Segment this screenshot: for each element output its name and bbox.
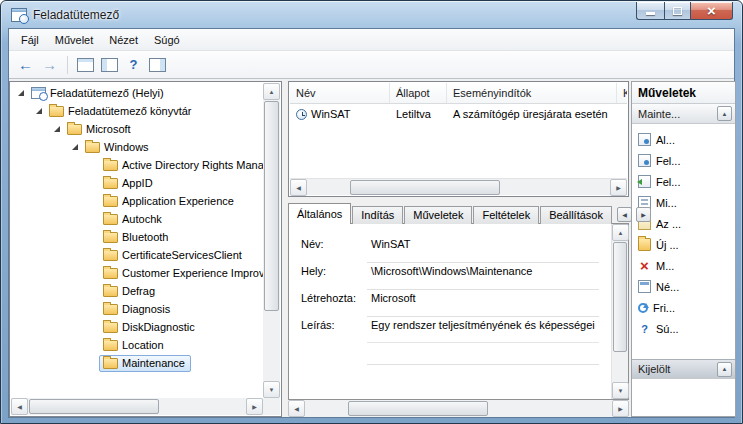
console-tree-icon[interactable] (99, 54, 120, 75)
scroll-left-button[interactable] (288, 400, 305, 417)
tree-item[interactable]: Application Experience (11, 192, 263, 210)
task-cell-text: A számítógép üresjárata esetén (453, 108, 608, 120)
scrollbar-thumb[interactable] (29, 399, 159, 414)
scroll-right-button[interactable] (246, 398, 263, 415)
action-pane-icon[interactable] (147, 54, 168, 75)
tree-item-content: Active Directory Rights Mana (99, 157, 263, 174)
tab-scroll-left-button[interactable] (617, 207, 632, 222)
task-row[interactable]: WinSATLetiltvaA számítógép üresjárata es… (290, 104, 627, 124)
action-item[interactable]: Né... (632, 276, 735, 297)
action-item[interactable]: Új ... (632, 234, 735, 255)
expanded-icon[interactable] (69, 144, 81, 150)
details-horizontal-scrollbar[interactable] (288, 400, 629, 417)
scroll-right-button[interactable] (610, 179, 627, 196)
action-item[interactable]: M... (632, 255, 735, 276)
scrollbar-corner (263, 398, 280, 415)
tree-horizontal-scrollbar[interactable] (11, 398, 263, 415)
action-item[interactable]: Fel... (632, 171, 735, 192)
tree-item[interactable]: Active Directory Rights Mana (11, 156, 263, 174)
scroll-up-button[interactable] (612, 224, 629, 241)
tree-item[interactable]: Maintenance (11, 354, 263, 372)
tab-scroll-right-button[interactable] (636, 207, 651, 222)
scroll-left-button[interactable] (290, 179, 307, 196)
tree-item-content: Microsoft (63, 121, 137, 138)
actions-items: Al...Fel...Fel...Mi...Az ...Új ...M...Né… (632, 124, 735, 339)
folder-icon (85, 142, 100, 153)
details-vertical-scrollbar[interactable] (611, 224, 628, 399)
scroll-down-button[interactable] (263, 381, 280, 398)
column-header-1[interactable]: Állapot (390, 83, 447, 104)
scrollbar-thumb[interactable] (350, 180, 500, 195)
column-header-0[interactable]: Név (290, 83, 390, 104)
forward-icon[interactable] (39, 54, 60, 75)
help-icon[interactable] (123, 54, 144, 75)
tree-vertical-scrollbar[interactable] (263, 83, 280, 398)
task-scheduler-icon (11, 8, 27, 22)
minimize-button[interactable] (636, 2, 664, 20)
action-item[interactable]: Al... (632, 129, 735, 150)
tree-item[interactable]: Autochk (11, 210, 263, 228)
details-fields: Név:WinSATHely:\Microsoft\Windows\Mainte… (289, 224, 611, 399)
close-button[interactable] (691, 2, 733, 20)
back-icon[interactable] (15, 54, 36, 75)
menu-item-1[interactable]: Művelet (47, 31, 102, 49)
scroll-right-button[interactable] (612, 400, 629, 417)
tree-item[interactable]: Bluetooth (11, 228, 263, 246)
export-list-icon[interactable] (75, 54, 96, 75)
action-item[interactable]: Sú... (632, 318, 735, 339)
selected-item-header[interactable]: Kijelölt (632, 359, 735, 379)
tab-0[interactable]: Általános (288, 203, 351, 224)
scrollbar-thumb[interactable] (613, 242, 627, 352)
folder-icon (103, 340, 118, 351)
tree-item[interactable]: Location (11, 336, 263, 354)
tree-item-content: Feladatütemező könyvtár (45, 103, 198, 120)
tree-item[interactable]: Defrag (11, 282, 263, 300)
scroll-left-button[interactable] (11, 398, 28, 415)
action-item-label: Új ... (656, 239, 679, 251)
expanded-icon[interactable] (33, 108, 45, 114)
task-list-horizontal-scrollbar[interactable] (290, 178, 627, 195)
collapse-chevron-icon[interactable] (717, 106, 732, 121)
tree-item-content: CertificateServicesClient (99, 247, 248, 264)
action-item[interactable]: Fri... (632, 297, 735, 318)
menu-item-3[interactable]: Súgó (146, 31, 188, 49)
tree-item-content: DiskDiagnostic (99, 319, 201, 336)
tab-2[interactable]: Műveletek (404, 206, 472, 224)
import-icon (638, 175, 651, 188)
column-header-2[interactable]: Eseményindítók (447, 83, 617, 104)
tree-item-label: Feladatütemező könyvtár (68, 105, 194, 117)
tab-1[interactable]: Indítás (352, 206, 403, 224)
task-list-header: NévÁllapotEseményindítókK (290, 83, 627, 104)
column-header-3[interactable]: K (617, 83, 627, 104)
folder-icon (49, 106, 64, 117)
scrollbar-thumb[interactable] (264, 101, 279, 311)
tree-item[interactable]: AppID (11, 174, 263, 192)
scroll-down-button[interactable] (612, 382, 629, 399)
tree-item[interactable]: Microsoft (11, 120, 263, 138)
tree-item[interactable]: Windows (11, 138, 263, 156)
tree-item[interactable]: DiskDiagnostic (11, 318, 263, 336)
scrollbar-thumb[interactable] (348, 401, 488, 416)
title-bar[interactable]: Feladatütemező (1, 1, 742, 29)
tree-item-content: Windows (81, 139, 155, 156)
expanded-icon[interactable] (51, 126, 63, 132)
actions-group-header[interactable]: Mainte... (632, 104, 735, 124)
menu-item-2[interactable]: Nézet (101, 31, 146, 49)
action-item[interactable]: Fel... (632, 150, 735, 171)
menu-item-0[interactable]: Fájl (13, 31, 47, 49)
scroll-up-button[interactable] (263, 83, 280, 100)
tree-item[interactable]: Feladatütemező könyvtár (11, 102, 263, 120)
tree-item[interactable]: Feladatütemező (Helyi) (11, 84, 263, 102)
collapse-chevron-icon[interactable] (717, 362, 732, 377)
tab-3[interactable]: Feltételek (473, 206, 539, 224)
expanded-icon[interactable] (15, 90, 27, 96)
maximize-button[interactable] (664, 2, 691, 20)
tree-item-content: Feladatütemező (Helyi) (27, 85, 170, 102)
tab-4[interactable]: Beállítások (540, 206, 612, 224)
tree-item[interactable]: CertificateServicesClient (11, 246, 263, 264)
field-row: Név:WinSAT (289, 236, 611, 263)
help-icon (638, 322, 651, 335)
folder-icon (103, 178, 118, 189)
tree-item[interactable]: Customer Experience Improv (11, 264, 263, 282)
tree-item[interactable]: Diagnosis (11, 300, 263, 318)
